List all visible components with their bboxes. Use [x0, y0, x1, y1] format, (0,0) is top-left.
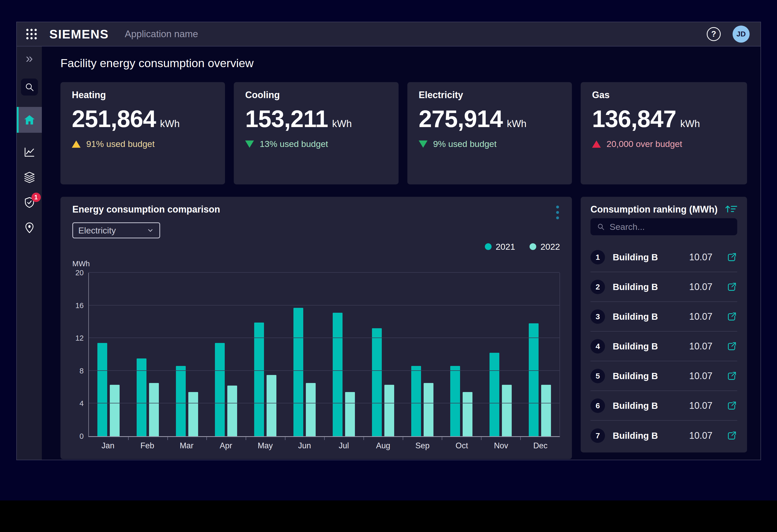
external-link-icon[interactable]: [727, 311, 737, 322]
kpi-unit: kWh: [680, 118, 700, 129]
ranking-title: Consumption ranking (MWh): [590, 204, 717, 215]
app-switcher-waffle-icon[interactable]: [25, 28, 37, 40]
bar-group-mar: [168, 273, 207, 436]
bar-2022-sep: [424, 383, 433, 436]
kpi-unit: kWh: [332, 118, 352, 129]
x-axis-tick: [128, 437, 129, 440]
building-name: Building B: [613, 401, 681, 411]
bar-2022-aug: [384, 385, 394, 436]
trend-up-triangle-icon: [592, 140, 601, 148]
chart-legend: 20212022: [72, 242, 560, 252]
kpi-card-electricity: Electricity275,914kWh9% used budget: [407, 82, 572, 184]
building-name: Building B: [613, 282, 681, 292]
sidebar-item-search[interactable]: [21, 79, 38, 96]
kpi-card-gas: Gas136,847kWh20,000 over budget: [581, 82, 747, 184]
bar-2021-mar: [176, 366, 186, 436]
building-name: Building B: [613, 430, 681, 441]
ranking-row[interactable]: 4Building B10.07: [590, 331, 737, 361]
legend-item-2022[interactable]: 2022: [530, 242, 560, 252]
energy-type-select-value: Electricity: [78, 226, 116, 236]
external-link-icon[interactable]: [727, 341, 737, 352]
sidebar-expand-chevrons-icon[interactable]: »: [26, 52, 33, 64]
x-tick-label: Jul: [324, 441, 363, 450]
kpi-value: 153,211: [245, 107, 328, 131]
bar-2021-sep: [411, 366, 421, 436]
ranking-search-input[interactable]: [609, 222, 731, 232]
kpi-label: Cooling: [245, 90, 387, 100]
ranking-row[interactable]: 5Building B10.07: [590, 361, 737, 391]
bar-2022-jul: [345, 392, 355, 436]
bar-2021-may: [254, 322, 264, 436]
rank-number-badge: 3: [590, 309, 605, 324]
kpi-status-text: 20,000 over budget: [606, 139, 682, 149]
consumption-ranking-panel: Consumption ranking (MWh): [581, 197, 747, 452]
sidebar-item-analytics[interactable]: [23, 146, 36, 158]
sidebar-item-compliance[interactable]: 1: [23, 196, 36, 209]
ranking-row[interactable]: 2Building B10.07: [590, 272, 737, 302]
consumption-value: 10.07: [689, 371, 712, 381]
kpi-label: Gas: [592, 90, 736, 100]
chevron-down-icon: [146, 227, 154, 234]
sidebar-item-locations[interactable]: [23, 222, 36, 234]
sort-ascending-icon[interactable]: [725, 204, 737, 214]
bar-group-nov: [481, 273, 520, 436]
legend-item-2021[interactable]: 2021: [485, 242, 515, 252]
trend-up-triangle-icon: [72, 140, 81, 148]
bar-group-feb: [128, 273, 168, 436]
bar-2021-jan: [97, 343, 107, 436]
search-icon: [24, 82, 35, 92]
kpi-value: 136,847: [592, 107, 676, 131]
sidebar-item-home[interactable]: [17, 107, 42, 133]
gridline-16: [89, 305, 559, 305]
external-link-icon[interactable]: [727, 281, 737, 292]
external-link-icon[interactable]: [727, 371, 737, 381]
waffle-icon: [25, 28, 37, 40]
x-tick-label: Jan: [88, 441, 128, 450]
home-icon: [23, 114, 36, 126]
rank-number-badge: 2: [590, 280, 605, 294]
bar-group-may: [246, 273, 285, 436]
bar-2022-nov: [502, 385, 512, 436]
building-name: Building B: [613, 252, 681, 262]
external-link-icon[interactable]: [727, 430, 737, 441]
gridline-20: [89, 272, 559, 273]
legend-label: 2021: [496, 242, 515, 252]
bar-group-jun: [285, 273, 324, 436]
trend-down-triangle-icon: [419, 140, 428, 148]
kpi-unit: kWh: [160, 118, 180, 129]
energy-type-select[interactable]: Electricity: [72, 222, 160, 238]
x-tick-label: Nov: [481, 441, 521, 450]
bar-2021-aug: [372, 328, 382, 436]
window-body: »: [17, 46, 761, 460]
kpi-card-heating: Heating251,864kWh91% used budget: [61, 82, 225, 184]
ranking-row[interactable]: 6Building B10.07: [590, 391, 737, 421]
x-axis-tick: [168, 437, 168, 440]
x-tick-label: May: [246, 441, 285, 450]
bar-2022-mar: [188, 392, 198, 436]
ranking-row[interactable]: 1Building B10.07: [590, 243, 737, 272]
external-link-icon[interactable]: [727, 400, 737, 411]
consumption-value: 10.07: [689, 311, 712, 322]
bar-2022-dec: [541, 385, 551, 436]
sidebar-item-layers[interactable]: [23, 171, 36, 183]
bar-2022-jan: [110, 385, 120, 436]
bar-2022-may: [266, 375, 276, 436]
avatar[interactable]: JD: [733, 26, 750, 43]
ranking-row[interactable]: 3Building B10.07: [590, 302, 737, 331]
bar-2022-feb: [149, 383, 159, 436]
energy-comparison-card: Energy consumption comparison Electricit…: [61, 197, 572, 459]
x-axis-tick: [246, 437, 246, 440]
bar-group-dec: [520, 273, 559, 436]
search-icon: [597, 223, 605, 231]
external-link-icon[interactable]: [727, 252, 737, 263]
y-tick-label: 4: [80, 399, 84, 408]
bar-2021-nov: [489, 353, 499, 436]
kebab-menu-icon[interactable]: [555, 204, 560, 221]
help-icon[interactable]: ?: [707, 27, 721, 41]
application-name: Application name: [125, 29, 198, 39]
rank-number-badge: 4: [590, 339, 605, 354]
legend-label: 2022: [540, 242, 560, 252]
bottom-letterbox: [0, 501, 777, 532]
ranking-row[interactable]: 7Building B10.07: [590, 421, 737, 450]
x-axis-tick: [442, 437, 442, 440]
